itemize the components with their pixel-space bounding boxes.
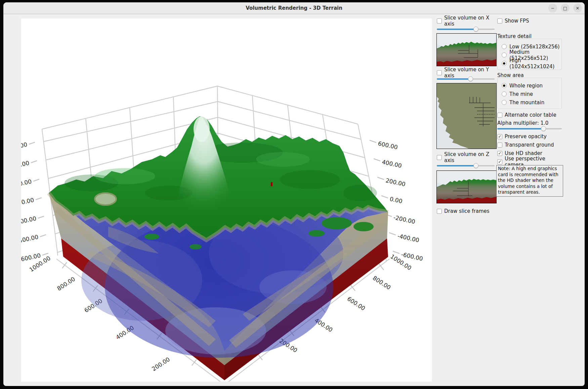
transparent-ground-checkbox[interactable]: Transparent ground: [497, 142, 564, 148]
show-fps-checkbox[interactable]: Show FPS: [497, 18, 561, 24]
slice-x-slider-knob[interactable]: [473, 27, 478, 32]
slice-y-checkbox[interactable]: Slice volume on Y axis: [437, 70, 497, 76]
window-titlebar[interactable]: Volumetric Rendering - 3D Terrain − □ ✕: [3, 2, 585, 14]
slice-y-slider-knob[interactable]: [468, 76, 473, 81]
radio-texture-high[interactable]: ● High (1024x512x1024): [498, 59, 561, 68]
close-icon: ✕: [576, 6, 580, 11]
slice-y-preview: [436, 83, 497, 149]
svg-text:-400.00: -400.00: [397, 232, 420, 243]
radio-texture-low-circle[interactable]: [502, 44, 507, 49]
use-perspective-camera-checkbox[interactable]: ✓ Use perspective camera: [497, 159, 564, 165]
slice-x-slider[interactable]: [437, 27, 495, 32]
preserve-opacity-checkbox-box[interactable]: ✓: [497, 134, 502, 139]
crater-depression: [95, 193, 116, 205]
alternate-color-table-label: Alternate color table: [505, 112, 556, 118]
slice-x-checkbox-box[interactable]: [437, 18, 442, 24]
svg-text:200.00: 200.00: [151, 356, 171, 372]
slice-z-slider[interactable]: [437, 163, 495, 168]
maximize-icon: □: [563, 6, 567, 11]
slice-z-label: Slice volume on Z axis: [444, 151, 497, 163]
svg-text:600.00: 600.00: [346, 295, 367, 312]
slice-z-preview: [436, 170, 497, 203]
use-perspective-camera-checkbox-box[interactable]: ✓: [497, 159, 502, 164]
screenshot-stage: Volumetric Rendering - 3D Terrain − □ ✕: [0, 0, 588, 389]
radio-area-whole-region[interactable]: ● Whole region: [498, 81, 561, 90]
use-hd-shader-checkbox-box[interactable]: ✓: [497, 151, 502, 156]
svg-text:-200.00: -200.00: [21, 215, 37, 226]
elevation-axis-labels-left: 600.00 400.00 200.00 0.00 -200.00 -400.0…: [21, 141, 41, 263]
transparent-ground-label: Transparent ground: [505, 142, 554, 148]
svg-text:200.00: 200.00: [385, 177, 406, 188]
svg-text:-200.00: -200.00: [393, 214, 416, 225]
svg-text:600.00: 600.00: [377, 140, 398, 151]
svg-text:-400.00: -400.00: [21, 233, 39, 244]
texture-detail-group: Low (256x128x256) Medium (512x256x512) ●…: [497, 39, 562, 70]
terrain-plot-svg: 600.00 400.00 200.00 0.00 -200.00 -400.0…: [21, 18, 432, 382]
mine-marker: [271, 182, 272, 186]
slice-y-slider[interactable]: [437, 76, 495, 82]
alpha-multiplier-slider[interactable]: [497, 126, 562, 131]
slice-x-checkbox[interactable]: Slice volume on X axis: [437, 18, 497, 24]
terrain-3d-view[interactable]: 600.00 400.00 200.00 0.00 -200.00 -400.0…: [21, 18, 432, 382]
hd-shader-note: Note: A high end graphics card is recomm…: [496, 165, 563, 197]
preserve-opacity-checkbox[interactable]: ✓ Preserve opacity: [497, 133, 564, 140]
draw-slice-frames-checkbox-box[interactable]: [437, 209, 442, 214]
minimize-icon: −: [551, 6, 555, 11]
radio-texture-high-circle[interactable]: ●: [502, 61, 507, 66]
radio-area-whole-region-circle[interactable]: ●: [502, 83, 507, 88]
alternate-color-table-checkbox[interactable]: Alternate color table: [497, 112, 564, 118]
transparent-ground-checkbox-box[interactable]: [497, 143, 502, 148]
svg-text:800.00: 800.00: [56, 275, 76, 292]
show-area-group: ● Whole region The mine The mountain: [497, 78, 562, 109]
alpha-multiplier-slider-knob[interactable]: [541, 126, 546, 131]
minimize-button[interactable]: −: [548, 4, 557, 12]
radio-area-the-mountain[interactable]: The mountain: [498, 98, 561, 107]
close-button[interactable]: ✕: [573, 4, 582, 12]
svg-text:600.00: 600.00: [21, 141, 28, 152]
slice-z-checkbox-box[interactable]: [437, 155, 442, 160]
show-fps-checkbox-box[interactable]: [497, 18, 502, 24]
radio-area-the-mountain-circle[interactable]: [502, 100, 507, 105]
show-fps-label: Show FPS: [505, 18, 529, 24]
window-controls: − □ ✕: [548, 4, 582, 12]
alternate-color-table-checkbox-box[interactable]: [497, 113, 502, 118]
svg-text:800.00: 800.00: [372, 274, 392, 291]
radio-area-the-mine-circle[interactable]: [502, 91, 507, 96]
maximize-button[interactable]: □: [561, 4, 570, 12]
radio-texture-medium-circle[interactable]: [502, 52, 507, 57]
slice-z-checkbox[interactable]: Slice volume on Z axis: [437, 154, 497, 160]
slice-x-preview: [436, 33, 497, 66]
slice-x-label: Slice volume on X axis: [444, 15, 497, 27]
alpha-multiplier-label: Alpha multiplier: 1.0: [497, 120, 548, 126]
svg-text:400.00: 400.00: [21, 159, 30, 170]
terrain-volume: [49, 116, 388, 380]
slice-z-slider-knob[interactable]: [473, 163, 478, 168]
slice-y-checkbox-box[interactable]: [437, 70, 442, 75]
app-window: Volumetric Rendering - 3D Terrain − □ ✕: [3, 2, 585, 386]
svg-text:0.00: 0.00: [21, 196, 35, 205]
draw-slice-frames-checkbox[interactable]: Draw slice frames: [437, 208, 497, 214]
radio-area-the-mine[interactable]: The mine: [498, 90, 561, 98]
window-title: Volumetric Rendering - 3D Terrain: [246, 5, 342, 11]
svg-text:0.00: 0.00: [389, 195, 403, 204]
svg-text:200.00: 200.00: [21, 178, 32, 189]
preserve-opacity-label: Preserve opacity: [505, 133, 547, 140]
svg-text:400.00: 400.00: [381, 158, 402, 169]
draw-slice-frames-label: Draw slice frames: [444, 208, 490, 214]
